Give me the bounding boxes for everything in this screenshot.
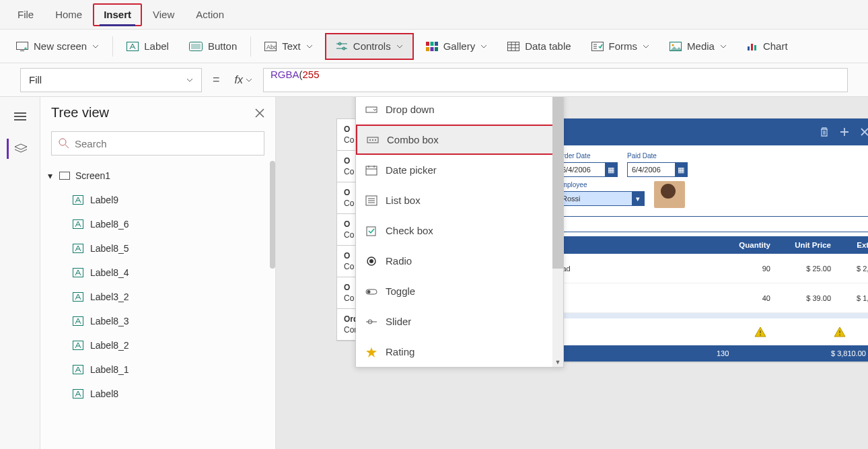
ribbon-new-screen[interactable]: New screen <box>7 30 108 63</box>
ribbon-label[interactable]: Label <box>117 30 178 63</box>
twisty-icon[interactable]: ▾ <box>46 170 54 181</box>
label-icon <box>126 42 139 51</box>
controls-menu-list-box[interactable]: List box <box>356 185 563 215</box>
svg-rect-19 <box>508 42 519 50</box>
ribbon-forms[interactable]: Forms <box>582 30 659 63</box>
menu-view[interactable]: View <box>142 0 185 30</box>
svg-rect-39 <box>73 196 83 205</box>
canvas[interactable]: OCoOCoOCoOCoOCoOCoOrder 0932Company KNew… <box>276 97 868 449</box>
svg-point-29 <box>672 44 674 46</box>
controls-menu-radio[interactable]: Radio <box>356 246 563 276</box>
chevron-down-icon <box>186 77 193 83</box>
chevron-down-icon: ▾ <box>632 192 644 205</box>
tree-node-label[interactable]: Label9 <box>43 188 275 212</box>
close-icon[interactable] <box>255 108 264 118</box>
svg-rect-16 <box>426 47 429 51</box>
ribbon-forms-label: Forms <box>609 40 638 52</box>
ribbon-text[interactable]: Abc Text <box>255 30 322 63</box>
forms-icon <box>591 42 604 51</box>
tree-node-label[interactable]: Label8_5 <box>43 236 275 261</box>
chevron-down-icon <box>643 43 649 50</box>
controls-menu-date-picker[interactable]: Date picker <box>356 155 563 185</box>
rail-tree[interactable] <box>7 139 34 159</box>
svg-point-56 <box>369 139 371 141</box>
controls-menu-combo-box[interactable]: Combo box <box>356 125 563 155</box>
ribbon-data-table[interactable]: Data table <box>498 30 580 63</box>
ribbon: New screen Label Button Abc Text Control… <box>0 30 868 63</box>
menu-insert[interactable]: Insert <box>93 3 142 26</box>
chevron-down-icon <box>480 43 487 50</box>
plus-icon[interactable] <box>839 127 850 137</box>
tree-node-label[interactable]: Label3_2 <box>43 285 275 309</box>
svg-rect-32 <box>754 45 756 50</box>
calendar-icon: ▦ <box>675 163 687 176</box>
ribbon-button[interactable]: Button <box>180 30 246 63</box>
tree-node-label[interactable]: Label8_6 <box>43 212 275 236</box>
order-date-picker[interactable]: 6/4/2006 ▦ <box>557 162 618 177</box>
tree-node-label[interactable]: Label8 <box>43 382 275 406</box>
controls-menu-slider[interactable]: Slider <box>356 306 563 337</box>
controls-menu-rating[interactable]: Rating <box>356 337 563 367</box>
rail-hamburger[interactable] <box>7 106 34 127</box>
svg-rect-4 <box>127 42 139 50</box>
svg-rect-14 <box>430 42 433 46</box>
col-unit: Unit Price <box>770 241 831 249</box>
tree-node-label[interactable]: Label8_2 <box>43 333 275 357</box>
ribbon-controls-label: Controls <box>353 40 391 52</box>
order-date-label: Order Date <box>557 152 618 160</box>
tree-panel: Tree view ▾ Screen1 Label9Label8_6Label8… <box>40 97 276 449</box>
ribbon-media[interactable]: Media <box>660 30 736 63</box>
ribbon-label-label: Label <box>144 40 169 52</box>
svg-text:Abc: Abc <box>266 44 277 50</box>
property-selector[interactable]: Fill <box>20 68 202 92</box>
controls-menu-check-box[interactable]: Check box <box>356 215 563 246</box>
ribbon-gallery-label: Gallery <box>443 40 476 52</box>
button-icon <box>189 42 203 51</box>
tree-node-label[interactable]: Label8_1 <box>43 357 275 382</box>
chevron-down-icon <box>246 77 252 83</box>
cancel-icon[interactable] <box>859 127 868 137</box>
tree-list: ▾ Screen1 Label9Label8_6Label8_5Label8_4… <box>40 161 275 449</box>
chevron-down-icon <box>396 43 403 50</box>
svg-point-51 <box>839 335 840 336</box>
svg-rect-15 <box>435 42 438 46</box>
scrollbar-thumb[interactable] <box>552 97 563 269</box>
ribbon-controls[interactable]: Controls <box>325 33 414 60</box>
text-icon: Abc <box>264 42 277 51</box>
menu-action[interactable]: Action <box>185 0 235 30</box>
ribbon-chart[interactable]: Chart <box>737 30 797 63</box>
menu-file[interactable]: File <box>7 0 44 30</box>
col-qty: Quantity <box>717 241 770 249</box>
fx-button[interactable]: fx <box>231 74 256 86</box>
controls-dropdown: ▲ ▼ ButtonDrop downCombo boxDate pickerL… <box>355 97 564 368</box>
paid-date-picker[interactable]: 6/4/2006 ▦ <box>627 162 688 177</box>
tree-title: Tree view <box>51 105 109 120</box>
svg-point-71 <box>367 290 371 293</box>
search-input[interactable] <box>75 138 257 149</box>
scrollbar-thumb[interactable] <box>270 161 275 269</box>
ribbon-new-screen-label: New screen <box>34 40 87 52</box>
tree-node-screen[interactable]: ▾ Screen1 <box>43 164 275 188</box>
svg-rect-6 <box>191 44 201 49</box>
svg-rect-38 <box>60 172 70 180</box>
ribbon-gallery[interactable]: Gallery <box>417 30 497 63</box>
scroll-down-icon[interactable]: ▼ <box>552 357 563 367</box>
table-icon <box>507 42 519 51</box>
svg-rect-47 <box>73 390 83 399</box>
chevron-down-icon <box>92 43 99 50</box>
scrollbar[interactable]: ▲ ▼ <box>552 97 563 367</box>
tree-node-label[interactable]: Label8_3 <box>43 309 275 333</box>
trash-icon[interactable] <box>819 127 830 137</box>
tree-node-label[interactable]: Label8_4 <box>43 261 275 285</box>
employee-select[interactable]: Rossi ▾ <box>557 191 645 206</box>
controls-menu-toggle[interactable]: Toggle <box>356 276 563 306</box>
svg-rect-67 <box>367 227 375 236</box>
menu-home[interactable]: Home <box>44 0 93 30</box>
ribbon-data-table-label: Data table <box>525 40 571 52</box>
screen-icon <box>16 42 28 51</box>
screen-icon <box>59 172 70 180</box>
paid-date-label: Paid Date <box>627 152 688 160</box>
tree-search[interactable] <box>51 131 264 156</box>
formula-input[interactable]: RGBA(255 <box>263 68 848 92</box>
controls-menu-drop-down[interactable]: Drop down <box>356 97 563 125</box>
